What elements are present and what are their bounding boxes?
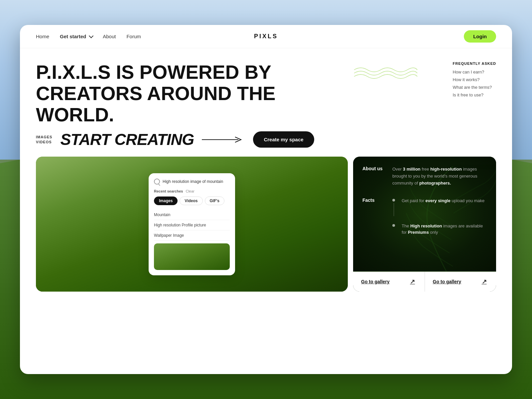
search-input-row: High resolution image of mountain — [154, 179, 230, 185]
gallery-buttons: Go to gallery ↗ Go to gallery ↗ — [353, 271, 496, 292]
search-thumbnail — [154, 243, 230, 270]
fact-dot-2 — [392, 224, 395, 227]
hero-section: P.I.X.L.S IS POWERED BY CREATORS AROUND … — [20, 48, 512, 157]
fact-item-2: The High resolution images are available… — [392, 223, 487, 236]
faq-item-2[interactable]: How it works? — [453, 77, 496, 82]
about-us-text: Over 3 million free high-resolution imag… — [392, 166, 487, 187]
arrow-icon-1: ↗ — [409, 278, 417, 286]
recent-searches-label: Recent searches — [154, 189, 183, 193]
nav-home[interactable]: Home — [36, 34, 49, 39]
search-result-1[interactable]: Mountain — [154, 210, 230, 220]
arrow-icon-2: ↗ — [480, 278, 488, 286]
faq-item-3[interactable]: What are the terms? — [453, 85, 496, 90]
login-button[interactable]: Login — [464, 30, 496, 43]
gallery-btn-1[interactable]: Go to gallery ↗ — [353, 272, 425, 292]
arrow-decoration — [202, 136, 245, 144]
facts-section: Facts Get paid for every single upload y… — [362, 198, 487, 242]
nav-about[interactable]: About — [103, 34, 116, 39]
nav-forum[interactable]: Forum — [126, 34, 141, 39]
wave-decoration — [352, 63, 419, 84]
search-icon — [154, 179, 160, 185]
filter-tags: Images Videos GIF's — [154, 197, 230, 205]
media-type-labels: IMAGES VIDEOS — [36, 135, 52, 145]
brand-logo: PIXLS — [254, 33, 278, 40]
bottom-panels: High resolution image of mountain Recent… — [20, 157, 512, 300]
nav-links: Home Get started About Forum — [36, 34, 141, 39]
start-creating-text: START CREATING — [60, 130, 194, 149]
fact-item-1: Get paid for every single upload you mak… — [392, 198, 487, 216]
nav-get-started[interactable]: Get started — [60, 34, 92, 39]
filter-gifs[interactable]: GIF's — [205, 197, 225, 205]
fact-dot-1 — [392, 199, 395, 201]
clear-button[interactable]: Clear — [186, 189, 194, 193]
search-result-2[interactable]: High resolution Profile picture — [154, 220, 230, 230]
search-input-value[interactable]: High resolution image of mountain — [163, 179, 223, 184]
gallery-btn-2[interactable]: Go to gallery ↗ — [425, 272, 496, 292]
about-panel: About us Over 3 million free high-resolu… — [353, 157, 496, 292]
start-creating-row: IMAGES VIDEOS START CREATING Create my s… — [36, 130, 496, 149]
create-space-button[interactable]: Create my space — [253, 131, 314, 148]
faq-item-4[interactable]: Is it free to use? — [453, 92, 496, 97]
mountain-panel: High resolution image of mountain Recent… — [36, 157, 348, 292]
chevron-down-icon — [89, 33, 93, 38]
facts-label: Facts — [362, 198, 386, 242]
about-us-label: About us — [362, 166, 386, 187]
faq-item-1[interactable]: How can I earn? — [453, 69, 496, 74]
faq-title: FREQUENTLY ASKED — [453, 62, 496, 66]
recent-searches-row: Recent searches Clear — [154, 189, 230, 193]
filter-images[interactable]: Images — [154, 197, 178, 205]
about-us-section: About us Over 3 million free high-resolu… — [362, 166, 487, 187]
faq-panel: FREQUENTLY ASKED How can I earn? How it … — [453, 62, 496, 100]
hero-title: P.I.X.L.S IS POWERED BY CREATORS AROUND … — [36, 62, 302, 125]
main-card: Home Get started About Forum PIXLS Login… — [20, 25, 512, 374]
right-panel-content: About us Over 3 million free high-resolu… — [353, 157, 496, 271]
facts-content: Get paid for every single upload you mak… — [392, 198, 487, 242]
navbar: Home Get started About Forum PIXLS Login — [20, 25, 512, 48]
fact-text-1: Get paid for every single upload you mak… — [402, 198, 484, 204]
search-dropdown: High resolution image of mountain Recent… — [149, 173, 235, 275]
filter-videos[interactable]: Videos — [180, 197, 202, 205]
search-result-3[interactable]: Wallpaper Image — [154, 230, 230, 241]
fact-text-2: The High resolution images are available… — [402, 223, 487, 236]
